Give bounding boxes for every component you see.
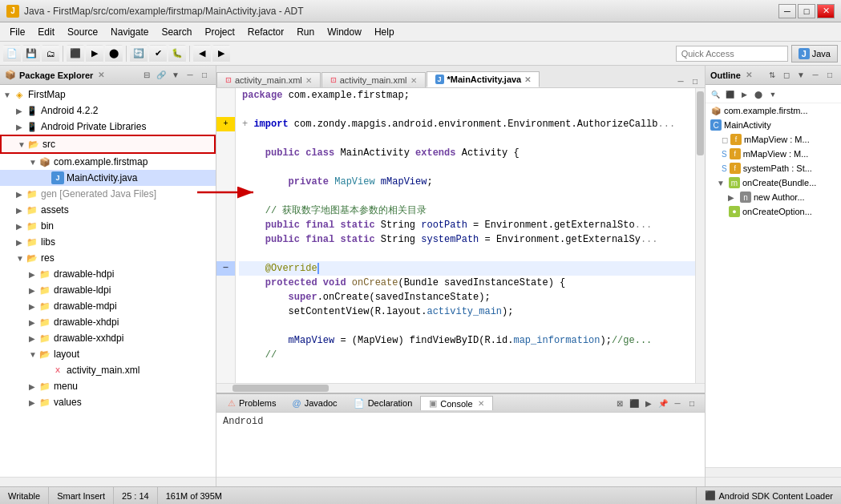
expand-src-arrow[interactable]: ▼: [18, 140, 27, 149]
toolbar-btn-7[interactable]: ◀: [193, 45, 211, 62]
tab-javadoc[interactable]: @ Javadoc: [284, 397, 345, 409]
toolbar-save-all[interactable]: 🗂: [42, 45, 59, 62]
outline-scrollbar-h[interactable]: [706, 467, 841, 477]
panel-maximize-button[interactable]: □: [198, 69, 211, 82]
menu-help[interactable]: Help: [368, 25, 401, 39]
tree-item-drawable-xhdpi[interactable]: ▶ 📁 drawable-xhdpi: [0, 314, 216, 330]
outline-close-icon[interactable]: ✕: [746, 71, 752, 79]
outline-toolbar-btn1[interactable]: 🔍: [709, 88, 722, 101]
expand-drawable-xhdpi-arrow[interactable]: ▶: [29, 318, 38, 327]
outline-item-oncreateoptions[interactable]: ● onCreateOption...: [706, 204, 841, 219]
outline-item-oncreate[interactable]: ▼ m onCreate(Bundle...: [706, 175, 841, 190]
editor-maximize-button[interactable]: □: [689, 75, 702, 87]
tree-item-bin[interactable]: ▶ 📁 bin: [0, 218, 216, 234]
menu-edit[interactable]: Edit: [31, 25, 61, 39]
window-controls[interactable]: ─ □ ✕: [778, 4, 835, 18]
outline-menu-button[interactable]: ▼: [795, 69, 807, 82]
expand-bin-arrow[interactable]: ▶: [16, 222, 26, 231]
editor-scrollbar-h[interactable]: [216, 383, 705, 393]
toolbar-btn-6[interactable]: 🐛: [168, 45, 186, 62]
editor-scrollbar-h-track[interactable]: [216, 384, 705, 393]
expand-menu-arrow[interactable]: ▶: [29, 382, 38, 391]
tab-close-mainactivity[interactable]: ✕: [524, 75, 531, 84]
panel-menu-button[interactable]: ▼: [169, 69, 182, 82]
expand-package-arrow[interactable]: ▼: [29, 158, 38, 167]
tree-item-activity-main-xml[interactable]: ▶ X activity_main.xml: [0, 362, 216, 378]
toolbar-btn-3[interactable]: ⬤: [105, 45, 123, 62]
bottom-minimize-button[interactable]: ─: [671, 397, 684, 409]
toolbar-save[interactable]: 💾: [22, 45, 40, 62]
tab-activity-main-1[interactable]: ⊡ activity_main.xml ✕: [216, 72, 321, 87]
tree-item-values[interactable]: ▶ 📁 values: [0, 394, 216, 410]
tree-item-firstmap[interactable]: ▼ ◈ FirstMap: [0, 87, 216, 103]
outline-item-rootpath[interactable]: S f mMapView : M...: [706, 147, 841, 161]
outline-item-new-author[interactable]: ▶ n new Author...: [706, 190, 841, 204]
collapse-all-button[interactable]: ⊟: [140, 69, 153, 82]
tree-item-src[interactable]: ▼ 📂 src: [0, 135, 216, 154]
tab-close-1[interactable]: ✕: [305, 76, 312, 85]
tab-declaration[interactable]: 📄 Declaration: [346, 397, 421, 410]
outline-item-mmapview[interactable]: ◻ f mMapView : M...: [706, 132, 841, 147]
tree-item-assets[interactable]: ▶ 📁 assets: [0, 202, 216, 218]
menu-navigate[interactable]: Navigate: [104, 25, 155, 39]
console-scrollbar-h[interactable]: [216, 477, 705, 486]
outline-maximize-button[interactable]: □: [823, 69, 836, 82]
tree-item-res[interactable]: ▼ 📂 res: [0, 250, 216, 266]
tree-item-drawable-ldpi[interactable]: ▶ 📁 drawable-ldpi: [0, 282, 216, 298]
console-nav-button[interactable]: ▶: [642, 397, 655, 409]
tree-scrollbar-h[interactable]: [0, 477, 216, 486]
expand-assets-arrow[interactable]: ▶: [16, 206, 26, 215]
expand-firstmap-arrow[interactable]: ▼: [3, 91, 13, 99]
editor-minimize-button[interactable]: ─: [674, 75, 687, 87]
outline-item-package[interactable]: 📦 com.example.firstm...: [706, 103, 841, 118]
expand-libs-arrow[interactable]: ▶: [16, 238, 26, 247]
menu-refactor[interactable]: Refactor: [241, 25, 290, 39]
tree-item-drawable-mdpi[interactable]: ▶ 📁 drawable-mdpi: [0, 298, 216, 314]
minimize-button[interactable]: ─: [778, 4, 796, 18]
maximize-button[interactable]: □: [798, 4, 815, 18]
menu-project[interactable]: Project: [198, 25, 241, 39]
menu-file[interactable]: File: [3, 25, 31, 39]
console-stop-button[interactable]: ⬛: [628, 397, 641, 409]
expand-oncreate-arrow[interactable]: ▼: [717, 179, 726, 187]
tree-item-drawable-hdpi[interactable]: ▶ 📁 drawable-hdpi: [0, 266, 216, 282]
tab-console[interactable]: ▣ Console ✕: [420, 396, 492, 410]
toolbar-btn-2[interactable]: ▶: [86, 45, 103, 62]
console-clear-button[interactable]: ⊠: [613, 397, 626, 409]
tab-activity-main-2[interactable]: ⊡ activity_main.xml ✕: [321, 72, 426, 87]
console-pin-button[interactable]: 📌: [657, 397, 669, 409]
outline-toolbar-btn2[interactable]: ⬛: [723, 88, 736, 101]
quick-access-input[interactable]: [676, 46, 788, 62]
tab-close-2[interactable]: ✕: [410, 76, 417, 85]
expand-values-arrow[interactable]: ▶: [29, 398, 38, 407]
expand-drawable-xxhdpi-arrow[interactable]: ▶: [29, 334, 38, 343]
link-editor-button[interactable]: 🔗: [155, 69, 168, 82]
menu-run[interactable]: Run: [290, 25, 321, 39]
outline-sort-button[interactable]: ⇅: [766, 69, 778, 82]
toolbar-btn-1[interactable]: ⬛: [67, 45, 84, 62]
expand-gen-arrow[interactable]: ▶: [16, 190, 26, 199]
outline-scrollbar-bottom[interactable]: [706, 477, 841, 486]
tree-item-mainactivity[interactable]: ▶ J MainActivity.java: [0, 170, 216, 186]
tree-item-layout[interactable]: ▼ 📂 layout: [0, 346, 216, 362]
close-button[interactable]: ✕: [817, 4, 835, 18]
tree-item-android-private[interactable]: ▶ 📱 Android Private Libraries: [0, 119, 216, 135]
expand-android-private-arrow[interactable]: ▶: [16, 123, 26, 131]
editor-scrollbar-h-thumb[interactable]: [232, 385, 329, 392]
tab-problems[interactable]: ⚠ Problems: [220, 397, 284, 410]
toolbar-btn-8[interactable]: ▶: [212, 45, 230, 62]
expand-drawable-mdpi-arrow[interactable]: ▶: [29, 302, 38, 311]
tree-item-android422[interactable]: ▶ 📱 Android 4.2.2: [0, 103, 216, 119]
tree-item-menu[interactable]: ▶ 📁 menu: [0, 378, 216, 394]
expand-drawable-hdpi-arrow[interactable]: ▶: [29, 270, 38, 279]
panel-minimize-button[interactable]: ─: [184, 69, 196, 82]
menu-source[interactable]: Source: [61, 25, 104, 39]
bottom-maximize-button[interactable]: □: [685, 397, 698, 409]
toolbar-new[interactable]: 📄: [3, 45, 21, 62]
expand-layout-arrow[interactable]: ▼: [29, 350, 38, 359]
package-explorer-close-icon[interactable]: ✕: [98, 71, 104, 79]
toolbar-btn-4[interactable]: 🔄: [130, 45, 148, 62]
java-perspective-button[interactable]: J Java: [791, 45, 838, 62]
outline-minimize-button[interactable]: ─: [809, 69, 822, 82]
editor-scrollbar-v[interactable]: [695, 88, 705, 383]
